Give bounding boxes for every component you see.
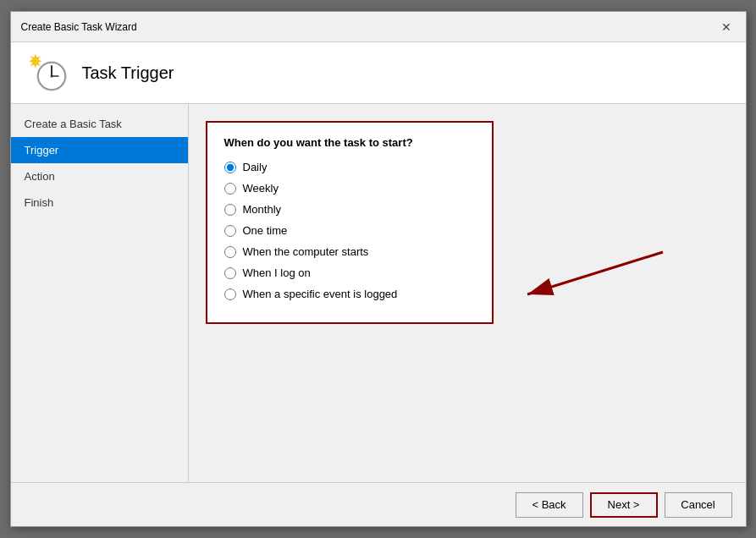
- cancel-button[interactable]: Cancel: [665, 492, 732, 518]
- next-button[interactable]: Next >: [590, 492, 658, 518]
- radio-specific-event-input[interactable]: [224, 288, 236, 300]
- radio-daily[interactable]: Daily: [224, 161, 475, 173]
- svg-point-6: [50, 75, 52, 78]
- radio-log-on-input[interactable]: [224, 267, 236, 279]
- sidebar-item-action[interactable]: Action: [11, 163, 188, 189]
- radio-weekly-input[interactable]: [224, 183, 236, 195]
- radio-one-time-label: One time: [243, 224, 288, 237]
- radio-one-time-input[interactable]: [224, 225, 236, 237]
- back-button[interactable]: < Back: [516, 492, 583, 518]
- radio-daily-input[interactable]: [224, 162, 236, 173]
- radio-log-on[interactable]: When I log on: [224, 266, 475, 279]
- radio-monthly-label: Monthly: [243, 203, 282, 216]
- content-area: Create a Basic Task Trigger Action Finis…: [11, 104, 746, 482]
- radio-computer-starts[interactable]: When the computer starts: [224, 245, 475, 258]
- sidebar-item-finish[interactable]: Finish: [11, 189, 188, 216]
- svg-line-8: [527, 252, 663, 294]
- main-content: When do you want the task to start? Dail…: [189, 104, 746, 482]
- close-button[interactable]: ✕: [717, 18, 736, 36]
- question-text: When do you want the task to start?: [224, 136, 475, 149]
- radio-specific-event[interactable]: When a specific event is logged: [224, 288, 475, 300]
- title-bar: Create Basic Task Wizard ✕: [11, 12, 746, 42]
- radio-weekly[interactable]: Weekly: [224, 182, 475, 195]
- radio-monthly-input[interactable]: [224, 204, 236, 216]
- task-icon: [28, 52, 69, 93]
- radio-monthly[interactable]: Monthly: [224, 203, 475, 216]
- radio-one-time[interactable]: One time: [224, 224, 475, 237]
- radio-daily-label: Daily: [243, 161, 268, 173]
- dialog: Create Basic Task Wizard ✕ Task Tr: [10, 11, 747, 527]
- dialog-title: Create Basic Task Wizard: [21, 21, 137, 33]
- header-title: Task Trigger: [82, 63, 174, 83]
- question-box: When do you want the task to start? Dail…: [206, 121, 494, 324]
- footer: < Back Next > Cancel: [11, 482, 746, 526]
- sidebar: Create a Basic Task Trigger Action Finis…: [11, 104, 189, 482]
- radio-specific-event-label: When a specific event is logged: [243, 288, 398, 300]
- svg-marker-0: [29, 54, 41, 69]
- radio-computer-starts-input[interactable]: [224, 246, 236, 258]
- radio-log-on-label: When I log on: [243, 266, 311, 279]
- sidebar-item-trigger[interactable]: Trigger: [11, 137, 188, 163]
- arrow-decoration: [510, 239, 680, 307]
- radio-weekly-label: Weekly: [243, 182, 279, 195]
- header-area: Task Trigger: [11, 42, 746, 104]
- radio-computer-starts-label: When the computer starts: [243, 245, 369, 258]
- sidebar-item-create-basic-task[interactable]: Create a Basic Task: [11, 111, 188, 137]
